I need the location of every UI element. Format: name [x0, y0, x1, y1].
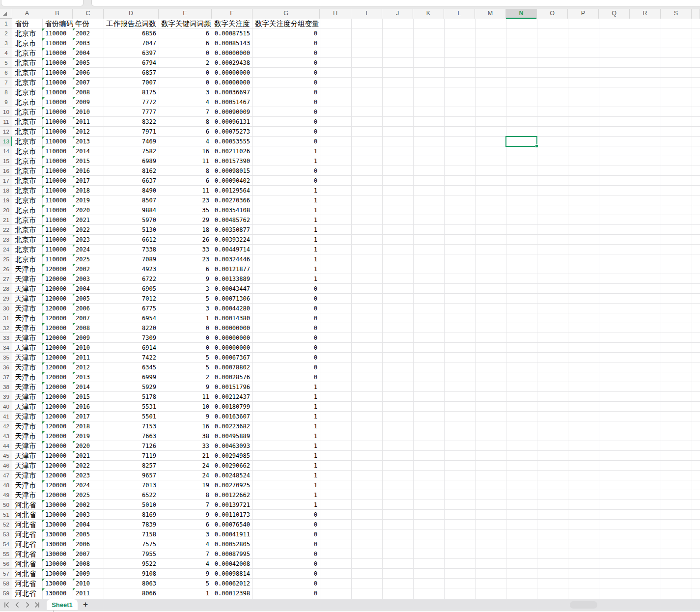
- row-header-13[interactable]: 13: [0, 137, 12, 146]
- cell-G56[interactable]: 0: [252, 559, 320, 569]
- cell-B38[interactable]: 120000: [42, 382, 73, 392]
- cell-A25[interactable]: 北京市: [12, 254, 42, 264]
- cell-A5[interactable]: 北京市: [12, 58, 42, 68]
- cell-F32[interactable]: 0.00000000: [212, 323, 252, 333]
- cell-F58[interactable]: 0.00062012: [212, 579, 252, 588]
- next-sheet-icon[interactable]: [24, 601, 31, 609]
- cell-G48[interactable]: 1: [252, 480, 320, 490]
- cell-D45[interactable]: 7119: [104, 451, 159, 461]
- cell-G39[interactable]: 1: [252, 392, 320, 402]
- cell-B50[interactable]: 130000: [42, 500, 73, 510]
- row-header-50[interactable]: 50: [0, 500, 12, 510]
- cell-C9[interactable]: 2009: [73, 97, 104, 107]
- row-header-8[interactable]: 8: [0, 87, 12, 97]
- cell-B51[interactable]: 130000: [42, 510, 73, 520]
- cell-G7[interactable]: 0: [252, 78, 320, 87]
- cell-E21[interactable]: 29: [159, 215, 212, 225]
- cell-F3[interactable]: 0.00085143: [212, 38, 252, 48]
- cell-D4[interactable]: 6397: [104, 48, 159, 58]
- cell-A45[interactable]: 天津市: [12, 451, 42, 461]
- cell-F17[interactable]: 0.00090402: [212, 176, 252, 186]
- tab-sheet1[interactable]: Sheet1: [47, 599, 78, 611]
- column-header-M[interactable]: M: [475, 9, 506, 19]
- cell-E25[interactable]: 23: [159, 254, 212, 264]
- cell-G49[interactable]: 1: [252, 490, 320, 500]
- cell-C29[interactable]: 2005: [73, 294, 104, 304]
- cell-G43[interactable]: 1: [252, 431, 320, 441]
- cell-C58[interactable]: 2010: [73, 579, 104, 588]
- cell-A54[interactable]: 河北省: [12, 539, 42, 549]
- cell-D37[interactable]: 6999: [104, 372, 159, 382]
- cell-B22[interactable]: 110000: [42, 225, 73, 235]
- cell-C3[interactable]: 2003: [73, 38, 104, 48]
- cell-F42[interactable]: 0.00223682: [212, 421, 252, 431]
- row-header-34[interactable]: 34: [0, 343, 12, 353]
- cell-E13[interactable]: 4: [159, 137, 212, 146]
- cell-B43[interactable]: 120000: [42, 431, 73, 441]
- cell-G53[interactable]: 0: [252, 529, 320, 539]
- cell-C35[interactable]: 2011: [73, 353, 104, 362]
- cell-E45[interactable]: 21: [159, 451, 212, 461]
- cell-C14[interactable]: 2014: [73, 146, 104, 156]
- row-header-27[interactable]: 27: [0, 274, 12, 284]
- cell-A35[interactable]: 天津市: [12, 353, 42, 362]
- cell-B5[interactable]: 110000: [42, 58, 73, 68]
- cell-B44[interactable]: 120000: [42, 441, 73, 451]
- cell-F4[interactable]: 0.00000000: [212, 48, 252, 58]
- cell-D24[interactable]: 7338: [104, 245, 159, 254]
- header-cell-B1[interactable]: 省份编码: [42, 19, 73, 28]
- cell-G29[interactable]: 0: [252, 294, 320, 304]
- row-header-16[interactable]: 16: [0, 166, 12, 176]
- cell-G34[interactable]: 0: [252, 343, 320, 353]
- row-header-20[interactable]: 20: [0, 205, 12, 215]
- cell-C42[interactable]: 2018: [73, 421, 104, 431]
- cell-F57[interactable]: 0.00098814: [212, 569, 252, 579]
- row-header-49[interactable]: 49: [0, 490, 12, 500]
- cell-D10[interactable]: 7777: [104, 107, 159, 117]
- cell-G24[interactable]: 1: [252, 245, 320, 254]
- cell-D50[interactable]: 5010: [104, 500, 159, 510]
- cell-C8[interactable]: 2008: [73, 87, 104, 97]
- cell-B24[interactable]: 110000: [42, 245, 73, 254]
- cell-E34[interactable]: 0: [159, 343, 212, 353]
- cell-A34[interactable]: 天津市: [12, 343, 42, 353]
- cell-G25[interactable]: 1: [252, 254, 320, 264]
- cell-G23[interactable]: 1: [252, 235, 320, 245]
- cell-A47[interactable]: 天津市: [12, 471, 42, 480]
- cell-B56[interactable]: 130000: [42, 559, 73, 569]
- cell-A37[interactable]: 天津市: [12, 372, 42, 382]
- cell-E18[interactable]: 11: [159, 186, 212, 195]
- cell-G57[interactable]: 0: [252, 569, 320, 579]
- cell-B32[interactable]: 120000: [42, 323, 73, 333]
- cell-A6[interactable]: 北京市: [12, 68, 42, 78]
- row-header-17[interactable]: 17: [0, 176, 12, 186]
- cell-C19[interactable]: 2019: [73, 195, 104, 205]
- header-cell-G1[interactable]: 数字关注度分组变量: [252, 19, 320, 28]
- row-header-9[interactable]: 9: [0, 97, 12, 107]
- cell-B20[interactable]: 110000: [42, 205, 73, 215]
- row-header-25[interactable]: 25: [0, 254, 12, 264]
- cell-G5[interactable]: 0: [252, 58, 320, 68]
- cell-D28[interactable]: 6905: [104, 284, 159, 294]
- cell-A29[interactable]: 天津市: [12, 294, 42, 304]
- cell-A49[interactable]: 天津市: [12, 490, 42, 500]
- cell-F8[interactable]: 0.00036697: [212, 87, 252, 97]
- cell-E56[interactable]: 4: [159, 559, 212, 569]
- cell-F54[interactable]: 0.00052805: [212, 539, 252, 549]
- cell-C55[interactable]: 2007: [73, 549, 104, 559]
- cell-A10[interactable]: 北京市: [12, 107, 42, 117]
- cell-D55[interactable]: 7955: [104, 549, 159, 559]
- cell-C12[interactable]: 2012: [73, 127, 104, 137]
- cell-F50[interactable]: 0.00139721: [212, 500, 252, 510]
- cell-G40[interactable]: 1: [252, 402, 320, 412]
- cell-G59[interactable]: 0: [252, 588, 320, 598]
- cell-D44[interactable]: 7126: [104, 441, 159, 451]
- cell-C47[interactable]: 2023: [73, 471, 104, 480]
- row-header-48[interactable]: 48: [0, 480, 12, 490]
- cell-C23[interactable]: 2023: [73, 235, 104, 245]
- column-header-G[interactable]: G: [252, 9, 320, 19]
- cell-A38[interactable]: 天津市: [12, 382, 42, 392]
- cell-G33[interactable]: 0: [252, 333, 320, 343]
- cell-D52[interactable]: 7839: [104, 520, 159, 529]
- cell-E46[interactable]: 24: [159, 461, 212, 471]
